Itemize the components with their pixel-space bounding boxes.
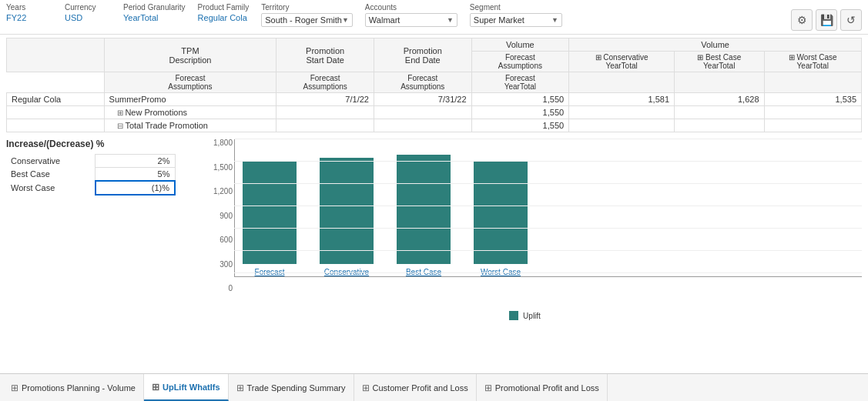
tpm-desc-cell: ⊞ New Promotions — [104, 106, 276, 119]
tab-icon-promotions-planning: ⊞ — [11, 383, 18, 393]
tab-label-uplift-whatifs: UpLift WhatIfs — [163, 383, 220, 392]
tab-icon-uplift-whatifs: ⊞ — [152, 382, 159, 393]
inc-dec-row: Worst Case (1)% — [6, 181, 175, 195]
gridline-1500 — [234, 161, 862, 162]
product-value[interactable]: Regular Cola — [198, 13, 250, 22]
inc-dec-title: Increase/(Decrease) % — [6, 139, 176, 149]
bestcase-plus-icon: ⊞ — [697, 53, 705, 62]
gridline-900 — [234, 206, 862, 206]
forecast-cell: 1,550 — [471, 93, 569, 106]
tab-icon-trade-spending: ⊞ — [236, 383, 244, 393]
end-date-cell: 7/31/22 — [374, 93, 471, 106]
inc-dec-label: Best Case — [6, 168, 96, 182]
inc-dec-label: Worst Case — [6, 181, 96, 195]
data-table: TPMDescription PromotionStart Date Promo… — [6, 38, 862, 132]
header-actions: ⚙ 💾 ↺ — [791, 3, 862, 31]
bar — [397, 155, 451, 264]
gridline-300 — [234, 250, 862, 251]
bar — [474, 162, 528, 264]
conservative-cell — [569, 119, 675, 132]
promo-start-header: PromotionStart Date — [276, 38, 374, 72]
legend-label: Uplift — [523, 312, 541, 320]
inc-dec-row: Conservative 2% — [6, 155, 175, 168]
accounts-select-value: Walmart — [369, 15, 400, 25]
end-date-cell — [374, 119, 471, 132]
years-label: Years — [6, 3, 52, 12]
segment-dropdown[interactable]: Super Market ▼ — [470, 13, 562, 27]
bars-container: Forecast Conservative Best Case Worst Ca… — [234, 139, 862, 277]
product-filter: Product Family Regular Cola — [198, 3, 250, 22]
bar — [320, 158, 374, 264]
conservative-cell: 1,581 — [569, 93, 675, 106]
promo-end-assumptions: ForecastAssumptions — [374, 72, 471, 93]
bar-group: Conservative — [320, 158, 374, 276]
territory-label: Territory — [261, 3, 353, 12]
conservative-plus-icon: ⊞ — [595, 53, 604, 62]
worstcase-cell — [764, 119, 862, 132]
period-value[interactable]: YearTotal — [123, 13, 186, 22]
header-bar: Years FY22 Currency USD Period Granulari… — [0, 0, 868, 35]
y-axis-labels: 1,8001,5001,2009006003000 — [211, 139, 233, 292]
inc-dec-row: Best Case 5% — [6, 168, 175, 182]
worstcase-cell: 1,535 — [764, 93, 862, 106]
tpm-assumptions-subheader: ForecastAssumptions — [104, 72, 276, 93]
tab-label-customer-profit: Customer Profit and Loss — [373, 383, 468, 393]
inc-dec-value[interactable]: (1)% — [96, 181, 175, 195]
y-axis-label: 0 — [211, 284, 233, 292]
accounts-dropdown-arrow: ▼ — [447, 16, 454, 24]
save-button[interactable]: 💾 — [816, 9, 837, 31]
start-date-cell — [276, 119, 374, 132]
conservative-yeartotal — [569, 72, 675, 93]
tab-trade-spending[interactable]: ⊞ Trade Spending Summary — [229, 374, 354, 401]
period-filter: Period Granularity YearTotal — [123, 3, 186, 22]
forecast-subheader: ForecastAssumptions — [471, 52, 569, 72]
y-axis-label: 1,200 — [211, 187, 233, 195]
bestcase-cell: 1,628 — [675, 93, 765, 106]
worstcase-yeartotal — [764, 72, 862, 93]
territory-filter: Territory South - Roger Smith ▼ — [261, 3, 353, 27]
chart-wrapper: 1,8001,5001,2009006003000 Forecast Conse… — [211, 139, 862, 308]
main-content: TPMDescription PromotionStart Date Promo… — [0, 35, 868, 373]
forecast-cell: 1,550 — [471, 119, 569, 132]
years-value[interactable]: FY22 — [6, 13, 52, 22]
tab-uplift-whatifs[interactable]: ⊞ UpLift WhatIfs — [144, 374, 229, 401]
table-row: ⊞ New Promotions 1,550 — [7, 106, 862, 119]
inc-dec-value: 2% — [96, 155, 175, 168]
tpm-desc-header: TPMDescription — [104, 38, 276, 72]
accounts-dropdown[interactable]: Walmart ▼ — [365, 13, 457, 27]
bar-group: Worst Case — [474, 162, 528, 276]
product-cell — [7, 119, 105, 132]
territory-dropdown[interactable]: South - Roger Smith ▼ — [261, 13, 353, 27]
currency-value[interactable]: USD — [65, 13, 111, 22]
data-table-area: TPMDescription PromotionStart Date Promo… — [0, 35, 868, 135]
conservative-subheader: ⊞ ConservativeYearTotal — [569, 52, 675, 72]
currency-label: Currency — [65, 3, 111, 12]
volume-forecast-header: Volume — [471, 38, 569, 52]
period-label: Period Granularity — [123, 3, 186, 12]
chart-area: 1,8001,5001,2009006003000 Forecast Conse… — [188, 139, 862, 370]
start-date-cell — [276, 106, 374, 119]
gridline-1200 — [234, 183, 862, 184]
promo-end-header: PromotionEnd Date — [374, 38, 471, 72]
table-row: ⊟ Total Trade Promotion 1,550 — [7, 119, 862, 132]
worstcase-cell — [764, 106, 862, 119]
y-axis-label: 900 — [211, 212, 233, 220]
tab-promotions-planning[interactable]: ⊞ Promotions Planning - Volume — [3, 374, 144, 401]
inc-dec-panel: Increase/(Decrease) % Conservative 2% Be… — [6, 139, 176, 370]
forecast-yeartotal-subheader: ForecastYearTotal — [471, 72, 569, 93]
tpm-desc-cell: SummerPromo — [104, 93, 276, 106]
tab-promotional-profit[interactable]: ⊞ Promotional Profit and Loss — [477, 374, 608, 401]
bar-group: Best Case — [397, 155, 451, 276]
worstcase-subheader: ⊞ Worst CaseYearTotal — [764, 52, 862, 72]
start-date-cell: 7/1/22 — [276, 93, 374, 106]
gridline-1800 — [234, 139, 862, 139]
settings-button[interactable]: ⚙ — [791, 9, 813, 31]
territory-select-value: South - Roger Smith — [265, 15, 342, 25]
table-row: Regular Cola SummerPromo 7/1/22 7/31/22 … — [7, 93, 862, 106]
chart-legend: Uplift — [188, 311, 862, 320]
bestcase-yeartotal — [675, 72, 765, 93]
refresh-button[interactable]: ↺ — [840, 9, 862, 31]
tab-customer-profit[interactable]: ⊞ Customer Profit and Loss — [354, 374, 477, 401]
accounts-filter: Accounts Walmart ▼ — [365, 3, 457, 27]
tab-bar: ⊞ Promotions Planning - Volume ⊞ UpLift … — [0, 373, 868, 401]
